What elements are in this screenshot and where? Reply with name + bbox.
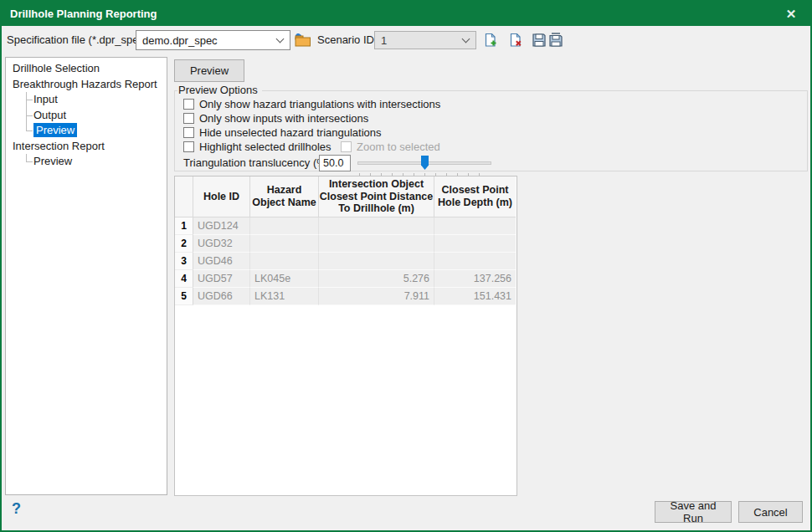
preview-results-table: Hole ID HazardObject Name Intersection O… bbox=[174, 176, 517, 496]
table-row[interactable]: 5 UGD66 LK131 7.911 151.431 bbox=[175, 288, 516, 305]
close-icon[interactable]: ✕ bbox=[772, 2, 810, 26]
tree-item-preview-selected[interactable]: Preview bbox=[6, 123, 167, 139]
drillhole-planning-reporting-dialog: Drillhole Planning Reporting ✕ Specifica… bbox=[0, 0, 812, 532]
save-and-run-button[interactable]: Save and Run bbox=[655, 501, 732, 523]
header-intersection-distance: Intersection ObjectClosest Point Distanc… bbox=[319, 176, 434, 217]
save-icon bbox=[532, 33, 547, 48]
preview-options-groupbox: Preview Options Only show hazard triangu… bbox=[174, 90, 808, 171]
checkbox-only-show-hazard-triangulations[interactable]: Only show hazard triangulations with int… bbox=[183, 98, 440, 110]
window-title: Drillhole Planning Reporting bbox=[10, 8, 157, 20]
checkbox-zoom-to-selected: Zoom to selected bbox=[341, 141, 440, 153]
page-plus-icon bbox=[483, 33, 498, 48]
tree-item-output[interactable]: Output bbox=[6, 108, 167, 124]
cancel-button[interactable]: Cancel bbox=[738, 501, 803, 523]
translucency-label: Triangulation translucency (%) bbox=[183, 155, 330, 171]
scenario-id-combobox[interactable]: 1 bbox=[374, 31, 476, 49]
chevron-down-icon bbox=[276, 35, 285, 43]
header-closest-point-depth: Closest PointHole Depth (m) bbox=[434, 176, 516, 217]
translucency-slider[interactable] bbox=[357, 155, 491, 171]
checkbox-highlight-selected[interactable]: Highlight selected drillholes bbox=[183, 141, 331, 153]
tree-item-intersection-preview[interactable]: Preview bbox=[6, 154, 167, 170]
tree-item-intersection-report[interactable]: Intersection Report bbox=[6, 139, 167, 155]
groupbox-title: Preview Options bbox=[177, 84, 262, 96]
translucency-input[interactable] bbox=[319, 155, 351, 171]
checkbox-only-show-inputs[interactable]: Only show inputs with intersections bbox=[183, 112, 368, 125]
tree-item-breakthrough-hazards-report[interactable]: Breakthrough Hazards Report bbox=[6, 77, 167, 93]
header-corner bbox=[175, 176, 193, 217]
checkbox-box[interactable] bbox=[183, 141, 194, 152]
table-row[interactable]: 3 UGD46 bbox=[175, 253, 516, 270]
tree-item-drillhole-selection[interactable]: Drillhole Selection bbox=[6, 61, 167, 77]
table-row[interactable]: 2 UGD32 bbox=[175, 235, 516, 253]
open-folder-button[interactable] bbox=[294, 32, 312, 49]
spec-file-label: Specification file (*.dpr_spec) bbox=[7, 30, 147, 50]
checkbox-hide-unselected[interactable]: Hide unselected hazard triangulations bbox=[183, 126, 382, 139]
checkbox-box[interactable] bbox=[183, 113, 194, 124]
save-as-icon bbox=[548, 33, 563, 48]
folder-open-icon bbox=[295, 33, 311, 47]
navigation-tree: Drillhole Selection Breakthrough Hazards… bbox=[5, 57, 167, 495]
tree-item-input[interactable]: Input bbox=[6, 92, 167, 108]
slider-thumb[interactable] bbox=[421, 156, 429, 170]
header-hole-id: Hole ID bbox=[193, 176, 250, 217]
add-scenario-button[interactable] bbox=[481, 32, 500, 49]
table-header-row: Hole ID HazardObject Name Intersection O… bbox=[175, 176, 516, 217]
save-scenario-button[interactable] bbox=[530, 32, 548, 49]
header-hazard-object-name: HazardObject Name bbox=[250, 176, 319, 217]
title-bar: Drillhole Planning Reporting ✕ bbox=[2, 2, 810, 26]
spec-file-combobox[interactable]: demo.dpr_spec bbox=[136, 30, 290, 50]
save-scenario-as-button[interactable] bbox=[547, 32, 565, 49]
checkbox-box bbox=[341, 141, 352, 152]
checkbox-box[interactable] bbox=[183, 99, 194, 110]
scenario-id-value: 1 bbox=[381, 34, 387, 47]
help-icon[interactable]: ? bbox=[12, 500, 21, 518]
preview-button[interactable]: Preview bbox=[174, 59, 244, 82]
checkbox-box[interactable] bbox=[183, 127, 194, 138]
chevron-down-icon bbox=[462, 35, 470, 43]
scenario-id-label: Scenario ID bbox=[317, 30, 374, 50]
delete-scenario-button[interactable] bbox=[506, 32, 525, 49]
table-row[interactable]: 1 UGD124 bbox=[175, 217, 516, 235]
table-row[interactable]: 4 UGD57 LK045e 5.276 137.256 bbox=[175, 270, 516, 288]
spec-file-value: demo.dpr_spec bbox=[142, 34, 218, 47]
page-remove-icon bbox=[508, 33, 523, 48]
